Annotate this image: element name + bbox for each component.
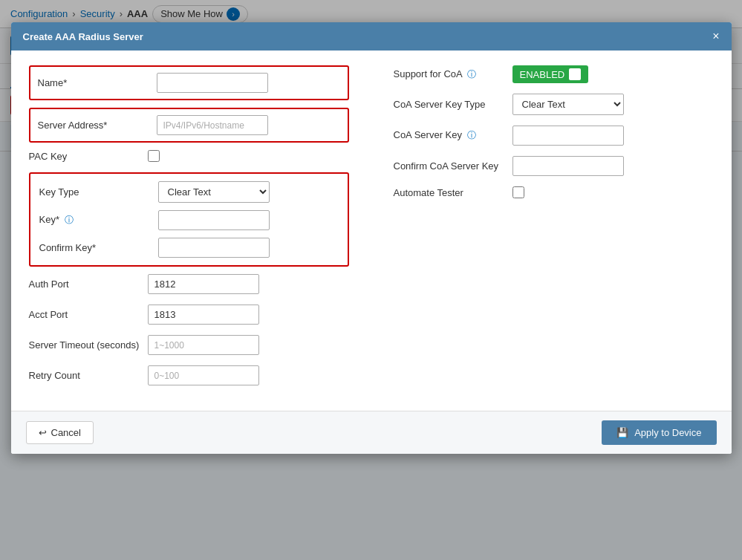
key-label: Key* ⓘ [39,214,158,227]
modal-footer: ↩ Cancel 💾 Apply to Device [11,411,732,454]
pac-key-label: PAC Key [29,151,148,162]
coa-server-key-input[interactable] [512,126,624,146]
key-type-select[interactable]: Clear Text Encrypted [158,181,270,203]
modal-overlay: Create AAA Radius Server × Name* Server … [0,0,742,560]
cancel-icon: ↩ [39,427,47,438]
acct-port-label: Acct Port [29,309,148,320]
auth-port-label: Auth Port [29,279,148,290]
automate-tester-label: Automate Tester [394,187,512,198]
right-column: Support for CoA ⓘ ENABLED CoA Server Key… [394,65,714,396]
acct-port-input[interactable] [148,305,259,325]
apply-icon: 💾 [616,427,628,438]
retry-count-input[interactable] [148,365,259,385]
confirm-coa-server-key-label: Confirm CoA Server Key [394,160,512,172]
create-aaa-radius-modal: Create AAA Radius Server × Name* Server … [11,22,732,454]
key-info-icon[interactable]: ⓘ [65,215,74,225]
server-address-input[interactable] [157,115,268,135]
pac-key-checkbox[interactable] [148,150,160,162]
coa-server-key-label: CoA Server Key ⓘ [394,129,512,142]
confirm-coa-server-key-input[interactable] [512,156,624,176]
automate-tester-checkbox[interactable] [512,186,524,198]
apply-to-device-button[interactable]: 💾 Apply to Device [602,420,716,445]
support-coa-label: Support for CoA ⓘ [394,68,512,81]
key-input[interactable] [158,210,270,230]
server-address-label: Server Address* [38,120,157,131]
confirm-key-input[interactable] [158,238,270,258]
name-label: Name* [38,77,157,88]
modal-close-button[interactable]: × [712,30,719,43]
toggle-indicator [569,68,581,80]
server-timeout-input[interactable] [148,335,259,355]
left-column: Name* Server Address* PAC Key [29,65,349,396]
modal-title: Create AAA Radius Server [23,31,143,42]
coa-server-key-type-select[interactable]: Clear Text Encrypted [512,94,624,115]
coa-server-key-info-icon[interactable]: ⓘ [467,130,476,140]
coa-server-key-type-label: CoA Server Key Type [394,99,512,110]
key-type-label: Key Type [39,186,158,198]
confirm-key-label: Confirm Key* [39,242,158,253]
modal-header: Create AAA Radius Server × [11,22,732,51]
auth-port-input[interactable] [148,274,259,294]
support-coa-info-icon[interactable]: ⓘ [467,69,476,79]
server-timeout-label: Server Timeout (seconds) [29,339,148,351]
modal-body: Name* Server Address* PAC Key [11,51,732,411]
cancel-button[interactable]: ↩ Cancel [26,421,94,444]
retry-count-label: Retry Count [29,370,148,381]
name-input[interactable] [157,73,268,93]
support-coa-toggle[interactable]: ENABLED [512,65,589,83]
